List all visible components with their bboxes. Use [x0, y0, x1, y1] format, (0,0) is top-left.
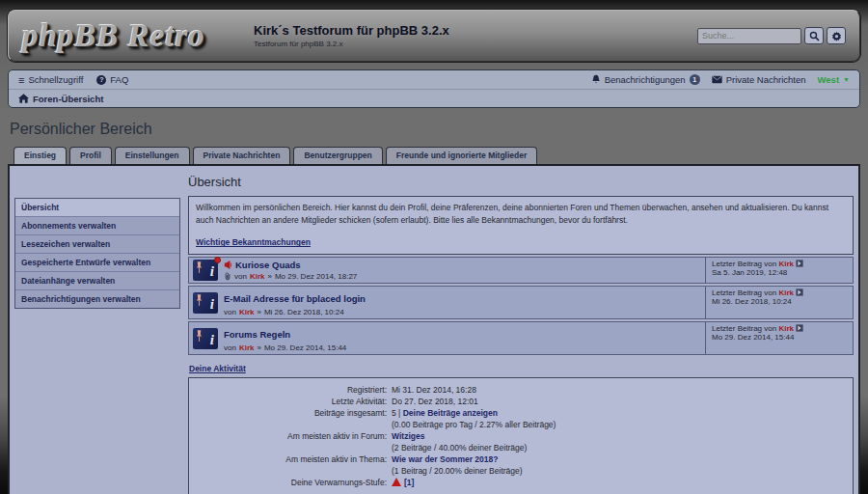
activity-box: Registriert: Mi 31. Dez 2014, 16:28 Letz…	[188, 377, 854, 494]
notifications-label: Benachrichtigungen	[605, 74, 686, 85]
goto-lastpost-icon[interactable]	[796, 288, 803, 296]
pushpin-icon	[195, 261, 203, 274]
search-input[interactable]	[697, 28, 801, 44]
announcement-row: i E-Mail Adresse für bplaced login von K…	[188, 286, 854, 319]
page-title: Persönlicher Bereich	[10, 121, 860, 138]
main-panel: Übersicht Übersicht Abonnements verwalte…	[8, 164, 860, 494]
bell-icon	[591, 74, 601, 85]
navbar-top-row: ≡ Schnellzugriff ? FAQ Benachrichtigunge…	[9, 70, 859, 89]
tab-einstieg[interactable]: Einstieg	[14, 147, 67, 164]
activity-link[interactable]: Deine Aktivität	[189, 364, 246, 373]
lastpost-cell: Letzter Beitrag von Kirk Mi 26. Dez 2018…	[705, 287, 853, 318]
user-menu[interactable]: West ▼	[818, 74, 850, 85]
lastpost-author[interactable]: Kirk	[778, 324, 794, 333]
search-button[interactable]	[804, 27, 824, 44]
ucp-sidebar: Übersicht Abonnements verwalten Lesezeic…	[14, 198, 180, 309]
private-messages-label: Private Nachrichten	[726, 74, 806, 85]
site-header: phpBB Retro Kirk´s Testforum für phpBB 3…	[8, 10, 860, 62]
warning-icon	[392, 478, 401, 486]
sidebar-item-uebersicht[interactable]: Übersicht	[15, 199, 179, 217]
content-column: Willkommen im persönlichen Bereich. Hier…	[188, 196, 854, 494]
sidebar-item-entwuerfe[interactable]: Gespeicherte Entwürfe verwalten	[15, 254, 179, 272]
pushpin-icon	[195, 330, 203, 343]
site-logo[interactable]: phpBB Retro	[22, 18, 242, 54]
lastpost-author[interactable]: Kirk	[778, 260, 794, 268]
separator: »	[257, 343, 260, 352]
active-topic-label: Am meisten aktiv in Thema:	[196, 453, 392, 465]
envelope-icon	[712, 75, 722, 84]
breadcrumb-home-label: Foren-Übersicht	[33, 94, 103, 104]
private-messages-link[interactable]: Private Nachrichten	[712, 74, 806, 85]
sidebar-item-benachrichtigungen[interactable]: Benachrichtigungen verwalten	[15, 290, 179, 308]
post-date: Mi 26. Dez 2018, 10:24	[264, 308, 344, 316]
tab-profil[interactable]: Profil	[69, 147, 112, 164]
active-forum-label: Am meisten aktiv in Forum:	[196, 430, 392, 442]
topic-title[interactable]: E-Mail Adresse für bplaced login	[224, 293, 366, 304]
breadcrumb-row: Foren-Übersicht	[9, 89, 859, 107]
by-label: von	[234, 272, 247, 281]
active-topic-link[interactable]: Wie war der Sommer 2018?	[392, 454, 498, 464]
tab-freunde[interactable]: Freunde und ignorierte Mitglieder	[386, 147, 538, 164]
quick-links-label: Schnellzugriff	[28, 74, 83, 85]
faq-label: FAQ	[110, 74, 128, 85]
sidebar-item-lesezeichen[interactable]: Lesezeichen verwalten	[15, 235, 179, 254]
last-active-value: Do 27. Dez 2018, 12:01	[392, 396, 846, 407]
breadcrumb-home[interactable]: Foren-Übersicht	[18, 94, 103, 104]
warning-level-label: Deine Verwarnungs-Stufe:	[196, 477, 392, 488]
tab-private-nachrichten[interactable]: Private Nachrichten	[193, 147, 291, 164]
warning-level-value[interactable]: [1]	[404, 478, 414, 487]
gear-icon	[831, 31, 842, 41]
faq-link[interactable]: ? FAQ	[96, 74, 128, 85]
navbar: ≡ Schnellzugriff ? FAQ Benachrichtigunge…	[8, 69, 860, 108]
announcement-row: i Forums Regeln von Kirk » Mo 29. Dez 20…	[188, 321, 854, 355]
lastpost-cell: Letzter Beitrag von Kirk Mo 29. Dez 2014…	[705, 322, 853, 354]
announcements-link[interactable]: Wichtige Bekanntmachungen	[196, 237, 311, 247]
author-link[interactable]: Kirk	[239, 308, 255, 316]
author-link[interactable]: Kirk	[250, 272, 265, 281]
announcement-list: i Kuriose Quads von	[188, 257, 854, 355]
content-heading: Übersicht	[188, 172, 854, 192]
quick-links[interactable]: ≡ Schnellzugriff	[18, 74, 83, 86]
site-title: Kirk´s Testforum für phpBB 3.2.x	[254, 23, 697, 38]
announcement-icon: i	[193, 292, 218, 314]
question-icon: ?	[96, 75, 106, 85]
show-posts-link[interactable]: Deine Beiträge anzeigen	[403, 408, 498, 418]
active-topic-stats: (1 Beitrag / 20.00% deiner Beiträge)	[392, 465, 846, 477]
ucp-tabs: Einstieg Profil Einstellungen Private Na…	[14, 147, 860, 164]
search-settings-button[interactable]	[827, 27, 846, 44]
announcement-icon: i	[193, 328, 218, 349]
paperclip-icon	[224, 272, 231, 281]
registered-label: Registriert:	[196, 384, 392, 396]
sidebar-item-abonnements[interactable]: Abonnements verwalten	[15, 217, 179, 235]
notifications-link[interactable]: Benachrichtigungen 1	[591, 74, 700, 85]
lastpost-date: Mo 29. Dez 2014, 15:44	[712, 333, 847, 342]
topic-title[interactable]: Kuriose Quads	[235, 260, 301, 270]
lastpost-date: Sa 5. Jan 2019, 12:48	[712, 268, 847, 277]
tab-einstellungen[interactable]: Einstellungen	[115, 147, 190, 164]
welcome-box: Willkommen im persönlichen Bereich. Hier…	[188, 196, 854, 255]
sidebar-item-dateianhaenge[interactable]: Dateianhänge verwalten	[15, 272, 179, 290]
lastpost-author[interactable]: Kirk	[778, 288, 794, 297]
by-label: von	[224, 343, 236, 352]
topic-title[interactable]: Forums Regeln	[224, 329, 290, 340]
pushpin-icon	[195, 294, 203, 307]
site-title-block: Kirk´s Testforum für phpBB 3.2.x Testfor…	[242, 23, 697, 48]
active-forum-link[interactable]: Witziges	[392, 431, 424, 441]
announce-icon	[224, 261, 231, 269]
lastpost-cell: Letzter Beitrag von Kirk Sa 5. Jan 2019,…	[705, 258, 853, 283]
page: phpBB Retro Kirk´s Testforum für phpBB 3…	[0, 0, 868, 494]
last-active-label: Letzte Aktivität:	[196, 396, 392, 407]
chevron-down-icon: ▼	[843, 76, 850, 83]
goto-lastpost-icon[interactable]	[796, 260, 803, 267]
author-link[interactable]: Kirk	[239, 343, 255, 352]
goto-lastpost-icon[interactable]	[796, 324, 803, 332]
unread-dot	[214, 257, 221, 263]
notifications-badge: 1	[690, 74, 700, 85]
by-label: von	[224, 308, 236, 316]
separator: »	[267, 272, 271, 281]
posts-per-day: (0.00 Beiträge pro Tag / 2.27% aller Bei…	[392, 419, 846, 430]
tab-benutzergruppen[interactable]: Benutzergruppen	[293, 147, 382, 164]
site-subtitle: Testforum für phpBB 3.2.x	[254, 40, 697, 48]
announcement-icon: i	[193, 260, 218, 281]
hamburger-icon: ≡	[18, 74, 24, 86]
